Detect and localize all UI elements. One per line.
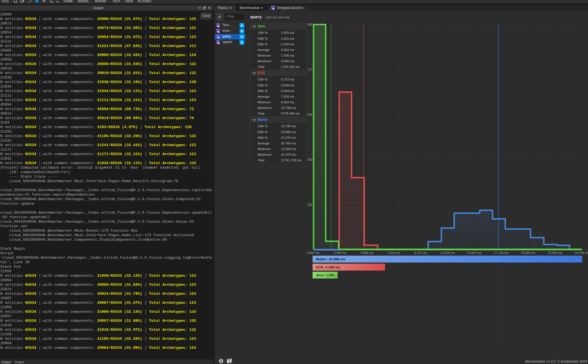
svg-text:ECR: 4.548 ms: ECR: 4.548 ms	[316, 265, 340, 269]
svg-text:545: 545	[307, 113, 312, 116]
svg-text:17.135 ms: 17.135 ms	[494, 251, 509, 254]
svg-text:9.791 ms: 9.791 ms	[414, 251, 427, 254]
svg-text:14.687 ms: 14.687 ms	[467, 251, 482, 254]
svg-text:363: 363	[307, 158, 312, 161]
svg-text:909: 909	[307, 23, 312, 26]
svg-text:19.583 ms: 19.583 ms	[521, 251, 536, 254]
svg-text:7.343 ms: 7.343 ms	[387, 251, 400, 254]
svg-text:Jecs: 1.591...: Jecs: 1.591...	[316, 273, 337, 277]
svg-text:4.896 ms: 4.896 ms	[361, 251, 374, 254]
svg-text:24.478 ms: 24.478 ms	[575, 251, 588, 254]
svg-text:2.448 ms: 2.448 ms	[334, 251, 346, 254]
svg-text:12.239 ms: 12.239 ms	[440, 251, 455, 254]
svg-text:0.000 ms: 0.000 ms	[307, 251, 320, 254]
svg-text:Matter: 16.896 ms: Matter: 16.896 ms	[316, 257, 345, 261]
svg-text:22.030 ms: 22.030 ms	[548, 251, 562, 254]
svg-text:727: 727	[307, 68, 312, 71]
svg-text:181: 181	[307, 203, 312, 206]
